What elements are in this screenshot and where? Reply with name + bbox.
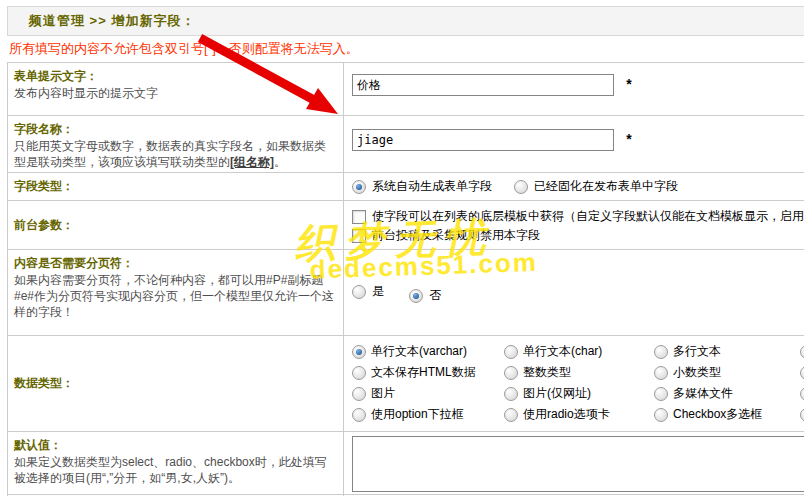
data-type-label: 数据类型： [14,375,335,392]
field-type-radio-fixed[interactable] [514,180,528,194]
datatype-label: 图片 [371,385,395,402]
page: 频道管理 >> 增加新字段： 所有填写的内容不允许包含双引号["]，否则配置将无… [0,0,804,496]
pagination-yes-radio[interactable] [352,285,366,299]
datatype-radio-radio[interactable] [504,408,518,422]
row-front-params: 前台参数： 使字段可以在列表的底层模板中获得（自定义字段默认仅能在文档模板显示，… [8,201,804,250]
field-type-option-label: 已经固化在发布表单中字段 [534,178,678,195]
pagination-yes-label: 是 [372,283,384,300]
datatype-label: 多媒体文件 [673,385,733,402]
datatype-radio-multitext[interactable] [654,345,668,359]
row-data-type: 数据类型： 单行文本(varchar) 单行文本(char) 多行文本 文本保存… [8,336,804,432]
datatype-label: Checkbox多选框 [673,406,762,423]
datatype-label: 使用option下拉框 [371,406,464,423]
prompt-text-input[interactable] [352,74,614,96]
datatype-label: 图片(仅网址) [523,385,591,402]
datatype-label: 单行文本(char) [523,343,602,360]
field-form-table: 表单提示文字： 发布内容时显示的提示文字 * 字段名称： 只能用英文字母或数字，… [7,62,804,496]
field-name-label: 字段名称： [14,121,335,138]
disable-field-checkbox-label: 前台投稿及采集规则禁用本字段 [372,227,540,244]
datatype-radio-cutoff[interactable] [800,408,804,422]
datatype-label: 小数类型 [673,364,721,381]
datatype-radio-varchar[interactable] [352,345,366,359]
pagination-label: 内容是否需要分页符： [14,255,335,272]
datatype-label: 文本保存HTML数据 [371,364,476,381]
datatype-radio-cutoff[interactable] [800,366,804,380]
datatype-label: 使用radio选项卡 [523,406,610,423]
datatype-label: 多行文本 [673,343,721,360]
row-pagination: 内容是否需要分页符： 如果内容需要分页符，不论何种内容，都可以用#P#副标题#e… [8,250,804,336]
field-name-desc: 只能用英文字母或数字，数据表的真实字段名，如果数据类型是联动类型，该项应该填写联… [14,138,335,170]
field-name-input-cell: * [344,116,804,172]
warning-text: 所有填写的内容不允许包含双引号["]，否则配置将无法写入。 [7,36,804,62]
datatype-radio-img[interactable] [352,387,366,401]
pagination-no-label: 否 [429,287,441,304]
front-params-label: 前台参数： [14,217,335,234]
datatype-radio-cutoff[interactable] [800,345,804,359]
data-type-options-cell: 单行文本(varchar) 单行文本(char) 多行文本 文本保存HTML数据… [344,336,804,431]
row-field-type: 字段类型： 系统自动生成表单字段 已经固化在发布表单中字段 [8,173,804,201]
field-type-label-cell: 字段类型： [8,173,344,200]
datatype-radio-media[interactable] [654,387,668,401]
datatype-label: 整数类型 [523,364,571,381]
datatype-label: 单行文本(varchar) [371,343,467,360]
prompt-text-label-cell: 表单提示文字： 发布内容时显示的提示文字 [8,63,344,115]
prompt-text-input-cell: * [344,63,804,115]
datatype-radio-int[interactable] [504,366,518,380]
pagination-desc: 如果内容需要分页符，不论何种内容，都可以用#P#副标题#e#作为分页符号实现内容… [14,272,335,320]
default-value-textarea[interactable] [352,436,804,492]
row-prompt-text: 表单提示文字： 发布内容时显示的提示文字 * [8,63,804,116]
pagination-options-cell: 是 否 [344,250,804,335]
field-type-options-cell: 系统自动生成表单字段 已经固化在发布表单中字段 [344,173,804,200]
datatype-radio-imgurl[interactable] [504,387,518,401]
required-asterisk: * [626,131,631,147]
required-asterisk: * [626,76,631,92]
front-params-label-cell: 前台参数： [8,201,344,249]
group-name-link[interactable]: [组名称] [230,155,274,169]
datatype-radio-checkbox[interactable] [654,408,668,422]
default-value-label-cell: 默认值： 如果定义数据类型为select、radio、checkbox时，此处填… [8,432,344,494]
breadcrumb: 频道管理 >> 增加新字段： [29,12,195,30]
list-template-checkbox[interactable] [352,210,366,224]
datatype-radio-htmltext[interactable] [352,366,366,380]
disable-field-checkbox[interactable] [352,229,366,243]
list-template-checkbox-label: 使字段可以在列表的底层模板中获得（自定义字段默认仅能在文档模板显示，启用此 [372,208,804,225]
field-type-radio-auto[interactable] [352,180,366,194]
default-value-desc: 如果定义数据类型为select、radio、checkbox时，此处填写被选择的… [14,454,335,486]
pagination-no-radio[interactable] [409,289,423,303]
datatype-radio-cutoff[interactable] [800,387,804,401]
field-name-label-cell: 字段名称： 只能用英文字母或数字，数据表的真实字段名，如果数据类型是联动类型，该… [8,116,344,172]
prompt-text-label: 表单提示文字： [14,68,335,85]
field-type-option-label: 系统自动生成表单字段 [372,178,492,195]
row-default-value: 默认值： 如果定义数据类型为select、radio、checkbox时，此处填… [8,432,804,495]
prompt-text-desc: 发布内容时显示的提示文字 [14,85,335,101]
row-field-name: 字段名称： 只能用英文字母或数字，数据表的真实字段名，如果数据类型是联动类型，该… [8,116,804,173]
data-type-label-cell: 数据类型： [8,336,344,431]
default-value-label: 默认值： [14,437,335,454]
pagination-label-cell: 内容是否需要分页符： 如果内容需要分页符，不论何种内容，都可以用#P#副标题#e… [8,250,344,335]
datatype-radio-char[interactable] [504,345,518,359]
field-type-label: 字段类型： [14,178,335,195]
datatype-radio-select[interactable] [352,408,366,422]
default-value-input-cell [344,432,804,494]
field-name-input[interactable] [352,129,614,151]
breadcrumb-bar: 频道管理 >> 增加新字段： [7,6,804,36]
datatype-radio-float[interactable] [654,366,668,380]
front-params-options-cell: 使字段可以在列表的底层模板中获得（自定义字段默认仅能在文档模板显示，启用此 前台… [344,201,804,249]
field-name-desc-end: 。 [274,155,286,169]
